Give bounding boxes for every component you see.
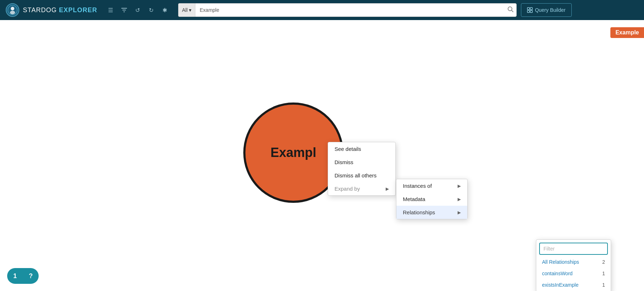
- expand-by-item[interactable]: Expand by ▶: [328, 182, 395, 195]
- asterisk-button[interactable]: ✱: [159, 4, 171, 16]
- header: STARDOG EXPLORER ☰ ↺ ↻ ✱ All ▾: [0, 0, 644, 20]
- canvas: Example Exampl See details Dismiss Dismi…: [0, 20, 644, 291]
- menu-button[interactable]: ☰: [104, 4, 117, 16]
- logo-area: STARDOG EXPLORER: [6, 3, 97, 17]
- metadata-arrow: ▶: [458, 197, 461, 202]
- logo-icon: [6, 3, 19, 17]
- undo-button[interactable]: ↺: [132, 4, 144, 16]
- svg-point-1: [11, 7, 14, 10]
- search-type-select[interactable]: All ▾: [178, 3, 195, 17]
- example-tag: Example: [610, 27, 644, 38]
- filter-button[interactable]: [118, 4, 130, 16]
- relationships-arrow: ▶: [458, 210, 461, 215]
- exists-in-example-count: 1: [602, 282, 605, 288]
- exists-in-example-item[interactable]: existsInExample 1: [536, 279, 611, 291]
- expand-by-arrow: ▶: [386, 186, 389, 191]
- dismiss-all-others-item[interactable]: Dismiss all others: [328, 169, 395, 182]
- relationships-item[interactable]: Relationships ▶: [396, 206, 467, 219]
- search-button[interactable]: [507, 6, 514, 14]
- badge-help-button[interactable]: ?: [23, 268, 39, 284]
- exists-in-example-label: existsInExample: [542, 282, 579, 288]
- logo-text: STARDOG EXPLORER: [23, 6, 97, 14]
- context-menu: See details Dismiss Dismiss all others E…: [328, 142, 396, 196]
- badge-number: 1: [7, 268, 23, 284]
- chevron-down-icon: ▾: [189, 7, 191, 13]
- svg-point-2: [10, 11, 15, 14]
- instances-of-item[interactable]: Instances of ▶: [396, 179, 467, 192]
- all-relationships-item[interactable]: All Relationships 2: [536, 256, 611, 268]
- all-relationships-label: All Relationships: [542, 259, 579, 265]
- metadata-item[interactable]: Metadata ▶: [396, 192, 467, 206]
- svg-rect-4: [527, 8, 530, 10]
- bottom-badge: 1 ?: [7, 268, 39, 284]
- submenu-expand-by: Instances of ▶ Metadata ▶ Relationships …: [396, 179, 468, 219]
- svg-rect-7: [530, 10, 532, 13]
- query-builder-button[interactable]: Query Builder: [521, 3, 572, 17]
- search-input[interactable]: [195, 3, 517, 17]
- node-label: Exampl: [270, 145, 316, 160]
- contains-word-label: containsWord: [542, 271, 572, 276]
- search-input-wrap: [195, 3, 517, 17]
- header-icons: ☰ ↺ ↻ ✱: [104, 4, 171, 16]
- all-relationships-count: 2: [602, 259, 605, 265]
- svg-rect-6: [527, 10, 530, 13]
- redo-button[interactable]: ↻: [145, 4, 157, 16]
- filter-input[interactable]: [539, 243, 608, 255]
- svg-rect-5: [530, 8, 532, 10]
- search-area: All ▾ Query Builder: [178, 3, 572, 17]
- submenu-relationships: All Relationships 2 containsWord 1 exist…: [536, 239, 611, 291]
- dismiss-item[interactable]: Dismiss: [328, 156, 395, 169]
- see-details-item[interactable]: See details: [328, 142, 395, 156]
- contains-word-item[interactable]: containsWord 1: [536, 268, 611, 279]
- contains-word-count: 1: [602, 271, 605, 276]
- instances-of-arrow: ▶: [458, 183, 461, 189]
